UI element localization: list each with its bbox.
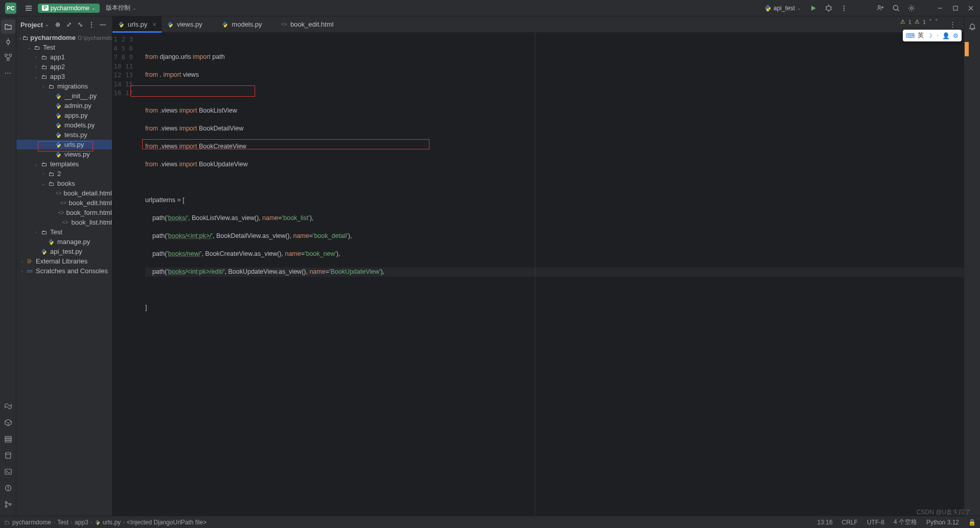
ime-opt2-icon[interactable]: 👤 bbox=[942, 32, 950, 39]
code-with-me-icon[interactable] bbox=[874, 1, 888, 15]
tab-models[interactable]: models.py× bbox=[216, 16, 276, 33]
next-highlight-icon[interactable]: ˅ bbox=[935, 18, 938, 25]
ime-switch-icon[interactable]: ⌨ bbox=[906, 32, 915, 39]
project-tree[interactable]: ⌄🗀pycharmdomeD:\pycharmdom ⌄🗀Test ›🗀app1… bbox=[16, 33, 112, 516]
tree-root[interactable]: ⌄🗀pycharmdomeD:\pycharmdom bbox=[16, 33, 112, 42]
breadcrumbs[interactable]: 🗀 pycharmdome› Test› app3› urls.py› <Inj… bbox=[4, 519, 817, 526]
editor-tabs: urls.py× views.py× models.py× <>book_edi… bbox=[112, 16, 964, 33]
svg-rect-15 bbox=[5, 438, 11, 440]
ime-lang-label: 英 bbox=[918, 31, 924, 40]
tree-folder-app1[interactable]: ›🗀app1 bbox=[16, 52, 112, 62]
python-packages-icon[interactable] bbox=[1, 415, 15, 430]
status-eol[interactable]: CRLF bbox=[842, 519, 858, 526]
panel-title[interactable]: Project⌄ bbox=[20, 21, 53, 29]
notifications-icon[interactable] bbox=[965, 19, 979, 34]
tree-file-bookform[interactable]: <>book_form.html bbox=[16, 208, 112, 217]
tab-label: book_edit.html bbox=[290, 20, 334, 28]
project-name-label: pycharmdome bbox=[51, 5, 89, 12]
ime-opt1-icon[interactable]: ᛫ bbox=[936, 32, 939, 39]
tree-scratches[interactable]: ›≔Scratches and Consoles bbox=[16, 266, 112, 276]
tree-file-manage[interactable]: manage.py bbox=[16, 237, 112, 247]
tree-folder-test2[interactable]: ›🗀Test bbox=[16, 227, 112, 237]
tree-file-init[interactable]: __init__.py bbox=[16, 91, 112, 101]
tree-file-bookedit[interactable]: <>book_edit.html bbox=[16, 198, 112, 208]
tree-file-apitest[interactable]: api_test.py bbox=[16, 247, 112, 256]
breadcrumb-item[interactable]: <Injected DjangoUrlPath file> bbox=[127, 519, 207, 526]
collapse-all-icon[interactable]: ⤡ bbox=[75, 19, 85, 30]
ime-settings-icon[interactable]: ⚙ bbox=[953, 32, 959, 39]
tree-file-apps[interactable]: apps.py bbox=[16, 111, 112, 120]
tab-label: views.py bbox=[177, 20, 202, 28]
tree-file-booklist[interactable]: <>book_list.html bbox=[16, 217, 112, 227]
tree-label: tests.py bbox=[64, 131, 87, 139]
vcs-dropdown[interactable]: 版本控制⌄ bbox=[106, 4, 136, 12]
hide-panel-icon[interactable]: — bbox=[98, 19, 108, 30]
tree-folder-2[interactable]: ›🗀2 bbox=[16, 169, 112, 179]
ime-handle[interactable] bbox=[965, 42, 969, 56]
more-tools-icon[interactable]: ⋯ bbox=[1, 65, 15, 80]
breadcrumb-item[interactable]: app3 bbox=[75, 519, 88, 526]
ime-moon-icon[interactable]: ☽ bbox=[927, 32, 932, 39]
tree-folder-books[interactable]: ⌄🗀books bbox=[16, 179, 112, 188]
search-icon[interactable] bbox=[889, 1, 903, 15]
project-dropdown[interactable]: Ppycharmdome⌄ bbox=[38, 4, 100, 13]
prev-highlight-icon[interactable]: ˄ bbox=[929, 18, 932, 25]
ime-toolbar[interactable]: ⌨ 英 ☽ ᛫ 👤 ⚙ bbox=[903, 30, 962, 41]
tree-file-tests[interactable]: tests.py bbox=[16, 130, 112, 140]
expand-all-icon[interactable]: ⤢ bbox=[64, 19, 74, 30]
close-window-icon[interactable] bbox=[964, 1, 978, 15]
tree-folder-app2[interactable]: ›🗀app2 bbox=[16, 62, 112, 72]
database-icon[interactable] bbox=[1, 448, 15, 463]
select-opened-icon[interactable]: ⊕ bbox=[53, 19, 63, 30]
minimize-icon[interactable] bbox=[933, 1, 947, 15]
svg-rect-14 bbox=[5, 436, 11, 438]
code-area[interactable]: from django.urls import path from . impo… bbox=[141, 33, 964, 516]
panel-title-label: Project bbox=[20, 21, 43, 29]
svg-point-10 bbox=[7, 40, 10, 43]
tree-file-models[interactable]: models.py bbox=[16, 120, 112, 130]
structure-tool-icon[interactable] bbox=[1, 50, 15, 64]
settings-icon[interactable] bbox=[904, 1, 919, 15]
terminal-icon[interactable] bbox=[1, 465, 15, 479]
tab-urls[interactable]: urls.py× bbox=[112, 16, 162, 33]
status-interpreter[interactable]: Python 3.12 bbox=[926, 519, 959, 526]
tree-file-views[interactable]: views.py bbox=[16, 149, 112, 159]
tree-file-admin[interactable]: admin.py bbox=[16, 101, 112, 111]
status-encoding[interactable]: UTF-8 bbox=[867, 519, 884, 526]
tree-folder-templates[interactable]: ⌄🗀templates bbox=[16, 159, 112, 169]
git-icon[interactable] bbox=[1, 497, 15, 512]
project-tool-icon[interactable] bbox=[1, 19, 15, 34]
tab-bookedit[interactable]: <>book_edit.html× bbox=[276, 16, 348, 33]
problems-icon[interactable] bbox=[1, 481, 15, 495]
python-console-icon[interactable] bbox=[1, 399, 15, 413]
breadcrumb-item[interactable]: Test bbox=[57, 519, 69, 526]
right-tool-rail bbox=[964, 16, 980, 516]
run-button[interactable] bbox=[806, 1, 821, 15]
inspection-badges[interactable]: ⚠1 ⚠1 ˄ ˅ bbox=[900, 18, 938, 25]
status-indent[interactable]: 4 个空格 bbox=[894, 518, 917, 526]
tab-views[interactable]: views.py× bbox=[162, 16, 216, 33]
close-tab-icon[interactable]: × bbox=[152, 20, 156, 28]
run-config-selector[interactable]: api_test⌄ bbox=[760, 4, 805, 13]
more-actions-icon[interactable] bbox=[837, 1, 851, 15]
tree-external-libs[interactable]: ›⊪External Libraries bbox=[16, 256, 112, 266]
commit-tool-icon[interactable] bbox=[1, 35, 15, 49]
lock-icon[interactable]: 🔒 bbox=[968, 519, 976, 526]
tree-file-bookdetail[interactable]: <>book_detail.html bbox=[16, 188, 112, 198]
services-icon[interactable] bbox=[1, 432, 15, 446]
tree-folder-test[interactable]: ⌄🗀Test bbox=[16, 42, 112, 52]
tree-folder-migrations[interactable]: ›🗀migrations bbox=[16, 81, 112, 91]
panel-more-icon[interactable]: ⋮ bbox=[86, 19, 97, 30]
maximize-icon[interactable] bbox=[948, 1, 963, 15]
svg-point-21 bbox=[5, 501, 7, 503]
tree-label: admin.py bbox=[64, 102, 92, 109]
breadcrumb-item[interactable]: pycharmdome bbox=[12, 519, 51, 526]
main-menu-icon[interactable] bbox=[21, 1, 36, 15]
debug-button[interactable] bbox=[822, 1, 836, 15]
breadcrumb-item[interactable]: urls.py bbox=[103, 519, 121, 526]
vcs-label: 版本控制 bbox=[106, 4, 130, 12]
tree-file-urls[interactable]: urls.py bbox=[16, 140, 112, 149]
editor-body[interactable]: 1 2 3 4 5 6 7 8 9 10 11 12 13 14 15 16 1… bbox=[112, 33, 964, 516]
tree-folder-app3[interactable]: ⌄🗀app3 bbox=[16, 72, 112, 81]
tree-label: app2 bbox=[50, 63, 65, 71]
